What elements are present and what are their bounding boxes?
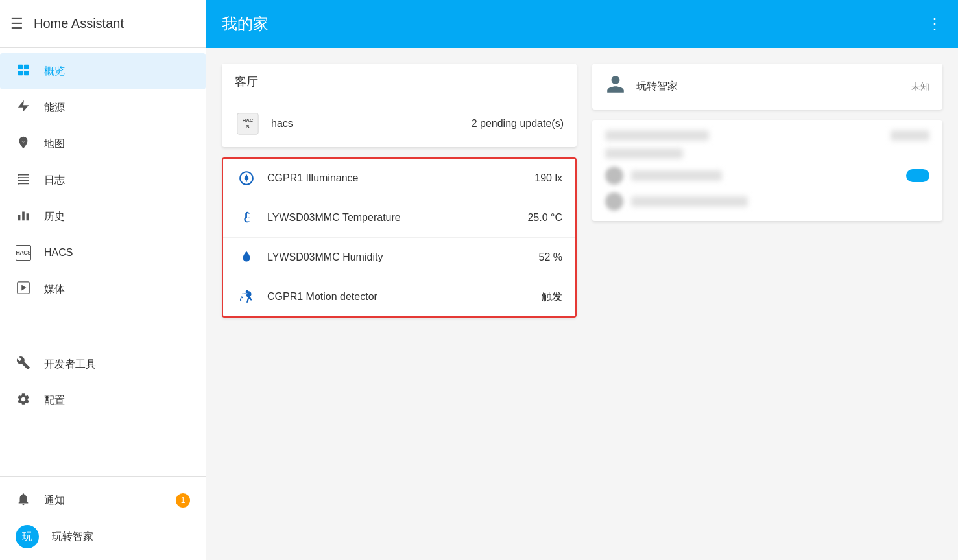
- sensor-row-motion[interactable]: CGPR1 Motion detector 触发: [223, 277, 575, 316]
- play-icon: [16, 281, 31, 298]
- sensor-value-temperature: 25.0 °C: [527, 212, 562, 224]
- bar-chart-icon: [16, 208, 31, 226]
- list-icon: [16, 172, 31, 189]
- sensor-card: CGPR1 Illuminance 190 lx LYWSD03MMC Temp…: [222, 158, 577, 318]
- lightning-icon: [16, 99, 31, 117]
- main-content: 我的家 ⋮ 客厅 HAC S hacs 2 pe: [206, 0, 958, 560]
- toggle-switch-1[interactable]: [906, 169, 929, 182]
- svg-rect-7: [27, 213, 29, 220]
- blurred-row-2: [605, 148, 929, 159]
- blurred-text-4: [631, 196, 748, 207]
- hacs-card-row[interactable]: HAC S hacs 2 pending update(s): [222, 100, 577, 147]
- sidebar-item-label-energy: 能源: [44, 101, 65, 115]
- sensor-row-illuminance[interactable]: CGPR1 Illuminance 190 lx: [223, 159, 575, 198]
- page-title: 我的家: [222, 14, 269, 34]
- hacs-card-icon: HAC S: [235, 111, 261, 137]
- user-card-status: 未知: [911, 81, 929, 93]
- user-card-name: 玩转智家: [636, 80, 901, 93]
- blurred-text-2: [605, 148, 683, 159]
- person-pin-icon: [16, 135, 31, 153]
- motion-icon: [236, 286, 257, 307]
- living-room-title: 客厅: [222, 64, 577, 100]
- sidebar-item-media[interactable]: 媒体: [0, 271, 206, 307]
- more-icon[interactable]: ⋮: [927, 15, 942, 33]
- sensor-name-motion: CGPR1 Motion detector: [267, 291, 531, 303]
- sensor-row-humidity[interactable]: LYWSD03MMC Humidity 52 %: [223, 238, 575, 277]
- sidebar-item-log[interactable]: 日志: [0, 162, 206, 198]
- sensor-name-illuminance: CGPR1 Illuminance: [267, 172, 524, 184]
- blurred-row-4: [605, 192, 929, 211]
- sidebar-bottom: 通知 1 玩 玩转智家: [0, 476, 206, 560]
- grid-icon: [16, 63, 31, 80]
- blurred-value-1: [891, 130, 929, 141]
- sidebar-item-label-devtools: 开发者工具: [44, 358, 96, 371]
- sidebar-item-label-overview: 概览: [44, 65, 65, 78]
- topbar: 我的家 ⋮: [206, 0, 958, 48]
- sidebar-nav: 概览 能源 地图: [0, 48, 206, 476]
- svg-rect-5: [18, 215, 21, 220]
- svg-rect-6: [22, 211, 25, 220]
- hacs-value: 2 pending update(s): [472, 118, 564, 130]
- content-area: 客厅 HAC S hacs 2 pending update(s): [206, 48, 958, 560]
- svg-rect-1: [24, 64, 29, 69]
- hacs-icon: HACS: [16, 245, 31, 261]
- sidebar-item-devtools[interactable]: 开发者工具: [0, 346, 206, 382]
- sensor-value-motion: 触发: [542, 290, 562, 304]
- blurred-text-1: [605, 130, 709, 141]
- sidebar-item-overview[interactable]: 概览: [0, 53, 206, 89]
- sidebar-item-label-log: 日志: [44, 174, 65, 187]
- right-panel: 玩转智家 未知: [592, 64, 942, 544]
- sidebar-item-label-user: 玩转智家: [52, 530, 93, 544]
- hamburger-icon[interactable]: ☰: [10, 16, 23, 32]
- sensor-value-illuminance: 190 lx: [534, 172, 562, 184]
- humidity-icon: [236, 247, 257, 268]
- blurred-avatar-2: [605, 192, 623, 211]
- blurred-content-card: [592, 120, 942, 221]
- thermometer-icon: [236, 207, 257, 228]
- bell-icon: [16, 492, 31, 509]
- hacs-label: hacs: [271, 118, 461, 130]
- sensor-value-humidity: 52 %: [539, 251, 562, 263]
- svg-point-13: [245, 176, 249, 181]
- sidebar-item-label-settings: 配置: [44, 394, 65, 408]
- blurred-text-3: [631, 170, 722, 181]
- sidebar-item-label-hacs: HACS: [44, 247, 73, 259]
- sensor-name-temperature: LYWSD03MMC Temperature: [267, 212, 517, 224]
- sidebar-item-label-history: 历史: [44, 210, 65, 224]
- sensor-row-temperature[interactable]: LYWSD03MMC Temperature 25.0 °C: [223, 198, 575, 238]
- sidebar-item-hacs[interactable]: HACS HACS: [0, 235, 206, 271]
- blurred-row-3: [605, 167, 929, 185]
- sidebar-item-label-media: 媒体: [44, 283, 65, 296]
- user-avatar: 玩: [16, 525, 39, 548]
- sidebar-item-energy[interactable]: 能源: [0, 89, 206, 126]
- left-panel: 客厅 HAC S hacs 2 pending update(s): [222, 64, 577, 544]
- sidebar-item-map[interactable]: 地图: [0, 126, 206, 162]
- sidebar-item-history[interactable]: 历史: [0, 198, 206, 235]
- sidebar-item-user[interactable]: 玩 玩转智家: [0, 519, 206, 555]
- sidebar: ☰ Home Assistant 概览 能源: [0, 0, 206, 560]
- living-room-card: 客厅 HAC S hacs 2 pending update(s): [222, 64, 577, 147]
- illuminance-icon: [236, 168, 257, 189]
- svg-rect-0: [18, 64, 23, 69]
- sidebar-item-settings[interactable]: 配置: [0, 382, 206, 419]
- svg-text:HAC: HAC: [242, 117, 253, 123]
- gear-icon: [16, 392, 31, 410]
- sidebar-header: ☰ Home Assistant: [0, 0, 206, 48]
- wrench-icon: [16, 356, 31, 373]
- sensor-name-humidity: LYWSD03MMC Humidity: [267, 251, 529, 263]
- notification-badge: 1: [176, 493, 190, 508]
- blurred-avatar-1: [605, 167, 623, 185]
- sidebar-item-notifications[interactable]: 通知 1: [0, 482, 206, 519]
- svg-rect-3: [24, 70, 29, 75]
- sidebar-item-label-map: 地图: [44, 137, 65, 151]
- user-info-card: 玩转智家 未知: [592, 64, 942, 110]
- svg-text:S: S: [246, 124, 249, 130]
- sidebar-item-label-notifications: 通知: [44, 494, 65, 508]
- svg-marker-9: [21, 285, 26, 290]
- app-title: Home Assistant: [34, 16, 124, 31]
- blurred-row-1: [605, 130, 929, 141]
- svg-rect-2: [18, 70, 23, 75]
- user-icon: [605, 74, 626, 99]
